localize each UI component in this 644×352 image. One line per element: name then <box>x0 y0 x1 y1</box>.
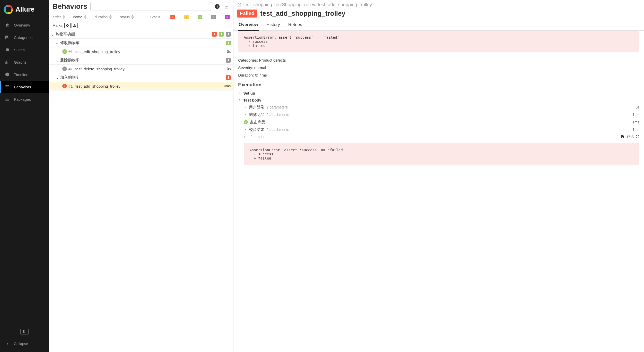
chevron-down-icon: ⌄ <box>56 58 59 63</box>
sort-label: duration <box>95 15 108 19</box>
sort-order[interactable]: order <box>53 15 65 19</box>
sort-name[interactable]: name <box>73 15 86 19</box>
tree-test[interactable]: #1 test_edit_shopping_trolley 0s <box>49 47 233 56</box>
count-badge: 1 <box>219 32 224 37</box>
tab-retries[interactable]: Retries <box>288 20 303 30</box>
svg-rect-5 <box>74 25 75 26</box>
tab-history[interactable]: History <box>266 20 281 30</box>
tree-test-selected[interactable]: #1 test_add_shopping_trolley 4ms <box>49 82 233 90</box>
status-badge-broken[interactable]: 0 <box>184 15 189 19</box>
group-label: 删除购物车 <box>60 58 80 63</box>
flaky-mark-toggle[interactable] <box>64 23 71 28</box>
step-name: 用户登录 <box>249 105 264 110</box>
svg-point-6 <box>74 26 75 26</box>
count-badge: 1 <box>226 41 231 45</box>
breadcrumb-text: test_shopping.TestShoppingTrolley#test_a… <box>243 2 372 7</box>
download-icon[interactable] <box>223 3 230 10</box>
count-badge: 1 <box>226 75 231 80</box>
stdout-row[interactable]: stdout 17 B <box>238 133 639 142</box>
sidebar-nav: Overview Categories Suites Graphs Timeli… <box>0 19 49 329</box>
chevron-left-icon <box>5 341 10 346</box>
sidebar-item-label: Behaviors <box>14 85 31 89</box>
status-badge-skip[interactable]: 1 <box>211 15 216 19</box>
sidebar-item-timeline[interactable]: Timeline <box>0 68 49 81</box>
status-badge-failed[interactable]: 1 <box>170 15 175 19</box>
test-duration: 0s <box>227 49 231 54</box>
expand-icon[interactable] <box>636 135 639 139</box>
sort-arrows-icon <box>63 15 65 19</box>
testbody-label: Test body <box>243 98 261 102</box>
exec-testbody[interactable]: Test body <box>238 97 639 104</box>
exec-step[interactable]: 点击商品 1ms <box>238 119 639 126</box>
marks-row: Marks: <box>49 21 233 30</box>
sort-arrows-icon <box>131 15 134 19</box>
chevron-down-icon <box>238 99 241 101</box>
svg-point-2 <box>217 5 217 5</box>
meta-severity: Severity: normal <box>238 64 639 71</box>
detail-tabs: Overview History Retries <box>233 20 644 31</box>
home-icon <box>5 22 10 28</box>
status-label: Status: <box>150 15 162 19</box>
exec-step[interactable]: 浏览商品 2 attachments 1ms <box>238 111 639 119</box>
group-label: 修改购物车 <box>60 40 80 45</box>
test-name: test_add_shopping_trolley <box>75 84 120 88</box>
flag-icon <box>5 35 10 40</box>
page-title: Behaviors <box>53 2 87 11</box>
tree-test[interactable]: #1 test_delete_shopping_trolley 0s <box>49 65 233 73</box>
sort-arrows-icon <box>84 15 86 19</box>
detail-body: AssertionError: assert 'success' == 'fai… <box>233 31 644 352</box>
chevron-down-icon: ⌄ <box>56 41 59 45</box>
save-icon[interactable] <box>621 135 624 139</box>
sort-duration[interactable]: duration <box>95 15 112 19</box>
sidebar-item-graphs[interactable]: Graphs <box>0 56 49 68</box>
chevron-right-icon <box>244 128 247 131</box>
passed-icon <box>244 120 248 124</box>
step-duration: 1ms <box>633 128 639 132</box>
group-label: 购物车功能 <box>56 32 75 37</box>
status-badge-passed[interactable]: 1 <box>198 15 202 19</box>
clock-icon <box>255 73 258 78</box>
sort-status[interactable]: status <box>120 15 134 19</box>
tree-group[interactable]: ⌄ 加入购物车 1 <box>49 73 233 82</box>
sort-label: status <box>120 15 129 19</box>
collapse-button[interactable]: Collapse <box>0 339 49 349</box>
sidebar-item-label: Packages <box>14 97 31 102</box>
exec-step[interactable]: 校验结果 2 attachments 1ms <box>238 126 639 133</box>
menu-icon <box>5 97 10 102</box>
search-input[interactable] <box>90 2 211 11</box>
clock-icon <box>5 72 10 77</box>
exec-step[interactable]: 用户登录 2 parameters 0s <box>238 104 639 111</box>
tree-group[interactable]: ⌄ 修改购物车 1 <box>49 39 233 47</box>
sidebar-item-label: Categories <box>14 35 33 40</box>
count-badge: 1 <box>212 32 217 37</box>
svg-point-4 <box>67 25 68 26</box>
sidebar-item-categories[interactable]: Categories <box>0 31 49 44</box>
sidebar-item-suites[interactable]: Suites <box>0 44 49 56</box>
step-name: 校验结果 <box>249 127 264 132</box>
link-icon[interactable] <box>237 3 242 7</box>
chevron-right-icon <box>244 136 247 138</box>
sidebar-item-packages[interactable]: Packages <box>0 93 49 105</box>
tree-group[interactable]: ⌄ 删除购物车 1 <box>49 56 233 65</box>
briefcase-icon <box>5 47 10 52</box>
collapse-label: Collapse <box>14 342 28 346</box>
new-mark-toggle[interactable] <box>72 23 78 28</box>
title-row: Failed test_add_shopping_trolley <box>233 9 644 20</box>
passed-icon <box>62 49 67 54</box>
exec-setup[interactable]: Set up <box>238 90 639 97</box>
tab-overview[interactable]: Overview <box>238 20 259 31</box>
execution-heading: Execution <box>238 79 639 90</box>
status-badge-unknown[interactable]: 0 <box>225 15 230 19</box>
sidebar-item-overview[interactable]: Overview <box>0 19 49 31</box>
step-name: 点击商品 <box>250 120 265 125</box>
group-label: 加入购物车 <box>60 75 80 80</box>
language-selector[interactable]: En <box>20 329 29 334</box>
chevron-down-icon: ⌄ <box>51 32 54 37</box>
skipped-icon <box>62 66 67 71</box>
app-name: Allure <box>15 5 34 13</box>
step-sub: 2 attachments <box>266 128 289 132</box>
tree-group[interactable]: ⌄ 购物车功能 1 1 1 <box>49 30 233 39</box>
info-icon[interactable] <box>214 3 220 10</box>
step-duration: 1ms <box>633 113 639 117</box>
sidebar-item-behaviors[interactable]: Behaviors <box>0 81 49 93</box>
